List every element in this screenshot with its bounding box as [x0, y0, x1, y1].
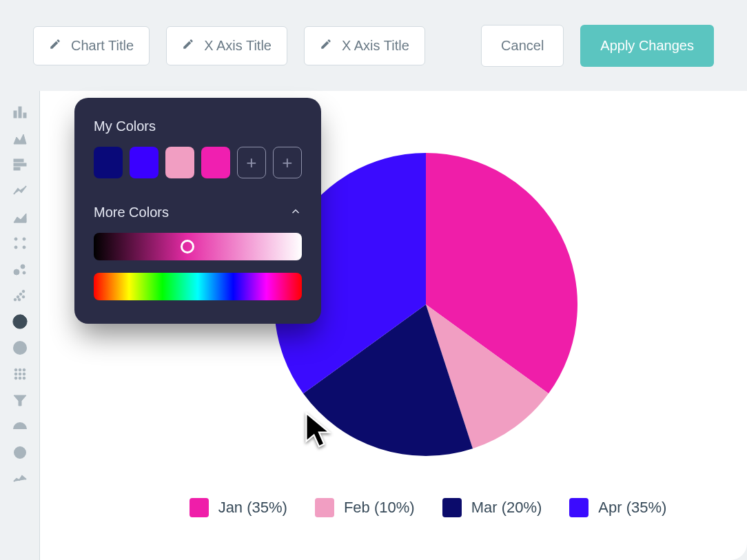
area-chart-icon[interactable] [11, 129, 29, 147]
pencil-icon [49, 38, 61, 54]
svg-rect-5 [14, 167, 20, 170]
add-color-button[interactable]: + [273, 147, 302, 178]
shade-slider-thumb[interactable] [181, 240, 194, 253]
svg-point-15 [19, 293, 22, 295]
color-swatch[interactable] [130, 147, 158, 178]
more-colors-heading: More Colors [94, 205, 169, 220]
svg-point-27 [19, 377, 21, 380]
legend-swatch [190, 498, 209, 517]
svg-point-24 [19, 373, 21, 375]
bubble-icon[interactable] [11, 260, 29, 278]
svg-point-6 [14, 238, 17, 240]
horizontal-bar-icon[interactable] [11, 156, 29, 174]
app-root: Chart Title X Axis Title X Axis Title Ca… [0, 0, 747, 560]
edit-chart-title[interactable]: Chart Title [33, 26, 150, 65]
legend-swatch [569, 498, 589, 517]
cancel-button[interactable]: Cancel [481, 25, 564, 67]
legend-item[interactable]: Mar (20%) [442, 498, 542, 517]
donut-chart-icon[interactable] [11, 339, 29, 357]
funnel-icon[interactable] [11, 391, 29, 409]
color-swatch[interactable] [94, 147, 123, 178]
svg-point-23 [14, 373, 17, 375]
stacked-area-icon[interactable] [11, 208, 29, 226]
my-colors-heading: My Colors [94, 118, 302, 134]
svg-rect-3 [14, 159, 23, 162]
legend-item[interactable]: Apr (35%) [569, 498, 666, 517]
svg-point-21 [19, 369, 21, 371]
svg-point-22 [23, 369, 25, 371]
svg-rect-0 [14, 111, 17, 118]
bar-chart-icon[interactable] [11, 103, 29, 121]
svg-point-14 [17, 295, 19, 298]
svg-point-10 [14, 269, 19, 275]
color-swatch[interactable] [201, 147, 230, 178]
legend-label: Feb (10%) [344, 499, 415, 517]
edit-x-axis-title-1[interactable]: X Axis Title [166, 26, 287, 65]
svg-point-16 [22, 290, 25, 293]
svg-point-25 [23, 373, 25, 375]
svg-point-26 [14, 377, 17, 380]
chevron-up-icon[interactable] [289, 205, 302, 220]
svg-point-7 [23, 238, 25, 240]
chart-type-sidebar [0, 91, 40, 560]
svg-point-12 [23, 271, 25, 274]
ring-icon[interactable] [11, 444, 29, 462]
edit-x-axis-label-2: X Axis Title [342, 38, 409, 54]
svg-point-8 [14, 246, 17, 249]
edit-x-axis-title-2[interactable]: X Axis Title [304, 26, 425, 65]
svg-point-13 [14, 298, 17, 301]
svg-point-11 [21, 265, 25, 269]
svg-point-20 [14, 369, 17, 371]
color-picker-popover: My Colors ++ More Colors [74, 98, 321, 324]
legend-label: Apr (35%) [598, 499, 666, 517]
hue-slider[interactable] [94, 273, 302, 300]
legend-swatch [315, 498, 334, 517]
main-canvas: Jan (35%)Feb (10%)Mar (20%)Apr (35%) My … [40, 91, 747, 560]
svg-point-9 [23, 246, 25, 249]
legend-item[interactable]: Jan (35%) [190, 498, 287, 517]
scatter-4-icon[interactable] [11, 234, 29, 252]
legend-item[interactable]: Feb (10%) [315, 498, 415, 517]
svg-rect-1 [19, 107, 21, 118]
svg-point-29 [14, 447, 25, 458]
legend-label: Mar (20%) [471, 499, 542, 517]
edit-chart-title-label: Chart Title [71, 38, 134, 54]
color-swatch[interactable] [165, 147, 194, 178]
legend-swatch [442, 498, 462, 517]
sparkline-icon[interactable] [11, 470, 29, 488]
svg-point-28 [23, 377, 25, 380]
svg-point-19 [14, 342, 25, 353]
pencil-icon [320, 38, 332, 54]
toolbar: Chart Title X Axis Title X Axis Title Ca… [0, 0, 747, 91]
scatter-many-icon[interactable] [11, 287, 29, 304]
svg-rect-4 [14, 163, 26, 166]
pencil-icon [182, 38, 194, 54]
line-chart-icon[interactable] [11, 182, 29, 200]
legend-label: Jan (35%) [218, 499, 287, 517]
chart-legend: Jan (35%)Feb (10%)Mar (20%)Apr (35%) [136, 498, 719, 517]
add-color-button[interactable]: + [237, 147, 266, 178]
svg-point-18 [22, 295, 25, 298]
gauge-icon[interactable] [11, 417, 29, 435]
edit-x-axis-label-1: X Axis Title [204, 38, 272, 54]
svg-point-17 [18, 298, 21, 301]
svg-rect-2 [23, 113, 26, 118]
pie-chart-icon[interactable] [11, 313, 29, 331]
my-colors-swatches: ++ [94, 147, 302, 178]
grid-icon[interactable] [11, 365, 29, 383]
shade-slider[interactable] [94, 233, 302, 260]
apply-changes-button[interactable]: Apply Changes [580, 25, 714, 67]
